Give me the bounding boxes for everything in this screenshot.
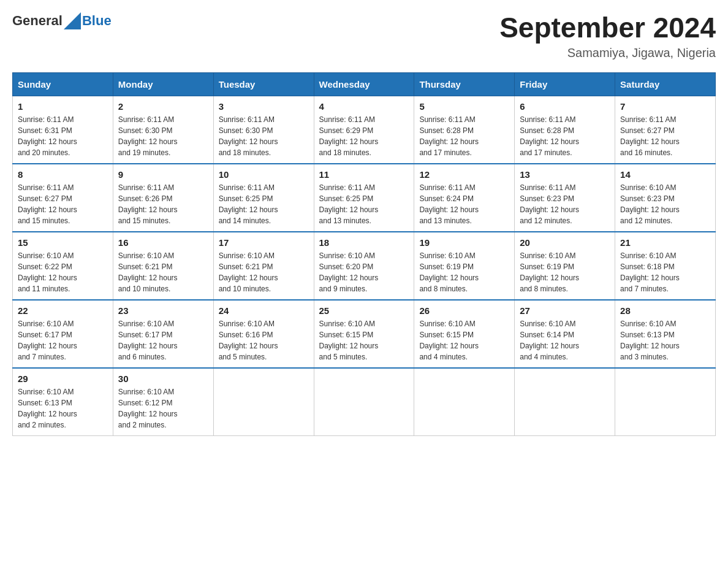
calendar-subtitle: Samamiya, Jigawa, Nigeria — [499, 46, 716, 60]
day-info: Sunrise: 6:11 AMSunset: 6:31 PMDaylight:… — [18, 114, 108, 158]
logo: General Blue — [12, 12, 112, 29]
calendar-cell: 14 Sunrise: 6:10 AMSunset: 6:23 PMDaylig… — [615, 164, 716, 232]
day-info: Sunrise: 6:10 AMSunset: 6:18 PMDaylight:… — [620, 250, 710, 294]
day-info: Sunrise: 6:11 AMSunset: 6:26 PMDaylight:… — [118, 182, 208, 226]
calendar-cell: 30 Sunrise: 6:10 AMSunset: 6:12 PMDaylig… — [113, 368, 213, 436]
day-info: Sunrise: 6:10 AMSunset: 6:19 PMDaylight:… — [419, 250, 509, 294]
day-info: Sunrise: 6:10 AMSunset: 6:21 PMDaylight:… — [118, 250, 208, 294]
day-info: Sunrise: 6:10 AMSunset: 6:20 PMDaylight:… — [319, 250, 409, 294]
logo-general-text: General — [12, 13, 63, 29]
day-info: Sunrise: 6:10 AMSunset: 6:13 PMDaylight:… — [620, 318, 710, 362]
calendar-cell: 7 Sunrise: 6:11 AMSunset: 6:27 PMDayligh… — [615, 96, 716, 164]
day-number: 23 — [118, 305, 208, 316]
day-number: 10 — [219, 169, 309, 180]
svg-marker-0 — [64, 12, 81, 29]
day-info: Sunrise: 6:10 AMSunset: 6:21 PMDaylight:… — [219, 250, 309, 294]
calendar-cell: 20 Sunrise: 6:10 AMSunset: 6:19 PMDaylig… — [515, 232, 615, 300]
day-number: 1 — [18, 101, 108, 112]
calendar-cell: 19 Sunrise: 6:10 AMSunset: 6:19 PMDaylig… — [414, 232, 515, 300]
calendar-cell: 10 Sunrise: 6:11 AMSunset: 6:25 PMDaylig… — [213, 164, 314, 232]
column-header-wednesday: Wednesday — [314, 72, 414, 96]
column-header-friday: Friday — [515, 72, 615, 96]
title-block: September 2024 Samamiya, Jigawa, Nigeria — [499, 12, 716, 60]
day-info: Sunrise: 6:10 AMSunset: 6:17 PMDaylight:… — [118, 318, 208, 362]
calendar-cell: 21 Sunrise: 6:10 AMSunset: 6:18 PMDaylig… — [615, 232, 716, 300]
day-number: 14 — [620, 169, 710, 180]
day-number: 26 — [419, 305, 509, 316]
day-number: 8 — [18, 169, 108, 180]
calendar-cell: 6 Sunrise: 6:11 AMSunset: 6:28 PMDayligh… — [515, 96, 615, 164]
calendar-cell: 4 Sunrise: 6:11 AMSunset: 6:29 PMDayligh… — [314, 96, 414, 164]
calendar-week-3: 15 Sunrise: 6:10 AMSunset: 6:22 PMDaylig… — [13, 232, 716, 300]
calendar-cell: 24 Sunrise: 6:10 AMSunset: 6:16 PMDaylig… — [213, 300, 314, 368]
day-number: 2 — [118, 101, 208, 112]
calendar-cell: 23 Sunrise: 6:10 AMSunset: 6:17 PMDaylig… — [113, 300, 213, 368]
calendar-cell: 26 Sunrise: 6:10 AMSunset: 6:15 PMDaylig… — [414, 300, 515, 368]
calendar-cell: 18 Sunrise: 6:10 AMSunset: 6:20 PMDaylig… — [314, 232, 414, 300]
calendar-cell: 11 Sunrise: 6:11 AMSunset: 6:25 PMDaylig… — [314, 164, 414, 232]
day-number: 15 — [18, 237, 108, 248]
calendar-cell: 8 Sunrise: 6:11 AMSunset: 6:27 PMDayligh… — [13, 164, 113, 232]
calendar-cell — [314, 368, 414, 436]
day-info: Sunrise: 6:10 AMSunset: 6:14 PMDaylight:… — [520, 318, 610, 362]
calendar-cell — [213, 368, 314, 436]
column-header-sunday: Sunday — [13, 72, 113, 96]
column-header-thursday: Thursday — [414, 72, 515, 96]
day-info: Sunrise: 6:10 AMSunset: 6:15 PMDaylight:… — [319, 318, 409, 362]
day-number: 25 — [319, 305, 409, 316]
column-header-saturday: Saturday — [615, 72, 716, 96]
day-info: Sunrise: 6:11 AMSunset: 6:29 PMDaylight:… — [319, 114, 409, 158]
calendar-cell: 27 Sunrise: 6:10 AMSunset: 6:14 PMDaylig… — [515, 300, 615, 368]
day-info: Sunrise: 6:11 AMSunset: 6:23 PMDaylight:… — [520, 182, 610, 226]
day-info: Sunrise: 6:10 AMSunset: 6:12 PMDaylight:… — [118, 386, 208, 431]
calendar-cell: 22 Sunrise: 6:10 AMSunset: 6:17 PMDaylig… — [13, 300, 113, 368]
day-number: 5 — [419, 101, 509, 112]
calendar-cell: 25 Sunrise: 6:10 AMSunset: 6:15 PMDaylig… — [314, 300, 414, 368]
day-number: 13 — [520, 169, 610, 180]
calendar-cell: 17 Sunrise: 6:10 AMSunset: 6:21 PMDaylig… — [213, 232, 314, 300]
day-number: 30 — [118, 373, 208, 384]
day-number: 22 — [18, 305, 108, 316]
calendar-week-1: 1 Sunrise: 6:11 AMSunset: 6:31 PMDayligh… — [13, 96, 716, 164]
day-number: 28 — [620, 305, 710, 316]
day-info: Sunrise: 6:10 AMSunset: 6:15 PMDaylight:… — [419, 318, 509, 362]
calendar-table: SundayMondayTuesdayWednesdayThursdayFrid… — [12, 72, 716, 436]
day-number: 24 — [219, 305, 309, 316]
day-number: 18 — [319, 237, 409, 248]
day-info: Sunrise: 6:11 AMSunset: 6:30 PMDaylight:… — [219, 114, 309, 158]
day-info: Sunrise: 6:10 AMSunset: 6:22 PMDaylight:… — [18, 250, 108, 294]
day-info: Sunrise: 6:11 AMSunset: 6:24 PMDaylight:… — [419, 182, 509, 226]
calendar-cell: 1 Sunrise: 6:11 AMSunset: 6:31 PMDayligh… — [13, 96, 113, 164]
day-info: Sunrise: 6:11 AMSunset: 6:30 PMDaylight:… — [118, 114, 208, 158]
day-info: Sunrise: 6:10 AMSunset: 6:13 PMDaylight:… — [18, 386, 108, 431]
day-info: Sunrise: 6:11 AMSunset: 6:25 PMDaylight:… — [219, 182, 309, 226]
day-number: 12 — [419, 169, 509, 180]
day-number: 20 — [520, 237, 610, 248]
column-header-monday: Monday — [113, 72, 213, 96]
calendar-cell: 13 Sunrise: 6:11 AMSunset: 6:23 PMDaylig… — [515, 164, 615, 232]
calendar-cell: 5 Sunrise: 6:11 AMSunset: 6:28 PMDayligh… — [414, 96, 515, 164]
calendar-cell: 12 Sunrise: 6:11 AMSunset: 6:24 PMDaylig… — [414, 164, 515, 232]
calendar-week-5: 29 Sunrise: 6:10 AMSunset: 6:13 PMDaylig… — [13, 368, 716, 436]
day-info: Sunrise: 6:11 AMSunset: 6:27 PMDaylight:… — [620, 114, 710, 158]
day-info: Sunrise: 6:10 AMSunset: 6:16 PMDaylight:… — [219, 318, 309, 362]
calendar-cell — [615, 368, 716, 436]
calendar-cell: 9 Sunrise: 6:11 AMSunset: 6:26 PMDayligh… — [113, 164, 213, 232]
day-number: 6 — [520, 101, 610, 112]
day-number: 7 — [620, 101, 710, 112]
calendar-cell: 3 Sunrise: 6:11 AMSunset: 6:30 PMDayligh… — [213, 96, 314, 164]
calendar-cell — [414, 368, 515, 436]
day-info: Sunrise: 6:11 AMSunset: 6:27 PMDaylight:… — [18, 182, 108, 226]
day-number: 17 — [219, 237, 309, 248]
day-number: 3 — [219, 101, 309, 112]
day-number: 29 — [18, 373, 108, 384]
day-info: Sunrise: 6:11 AMSunset: 6:25 PMDaylight:… — [319, 182, 409, 226]
day-info: Sunrise: 6:10 AMSunset: 6:23 PMDaylight:… — [620, 182, 710, 226]
calendar-title: September 2024 — [499, 12, 716, 44]
calendar-cell: 16 Sunrise: 6:10 AMSunset: 6:21 PMDaylig… — [113, 232, 213, 300]
calendar-cell: 29 Sunrise: 6:10 AMSunset: 6:13 PMDaylig… — [13, 368, 113, 436]
day-number: 27 — [520, 305, 610, 316]
calendar-header-row: SundayMondayTuesdayWednesdayThursdayFrid… — [13, 72, 716, 96]
day-number: 4 — [319, 101, 409, 112]
day-info: Sunrise: 6:10 AMSunset: 6:17 PMDaylight:… — [18, 318, 108, 362]
